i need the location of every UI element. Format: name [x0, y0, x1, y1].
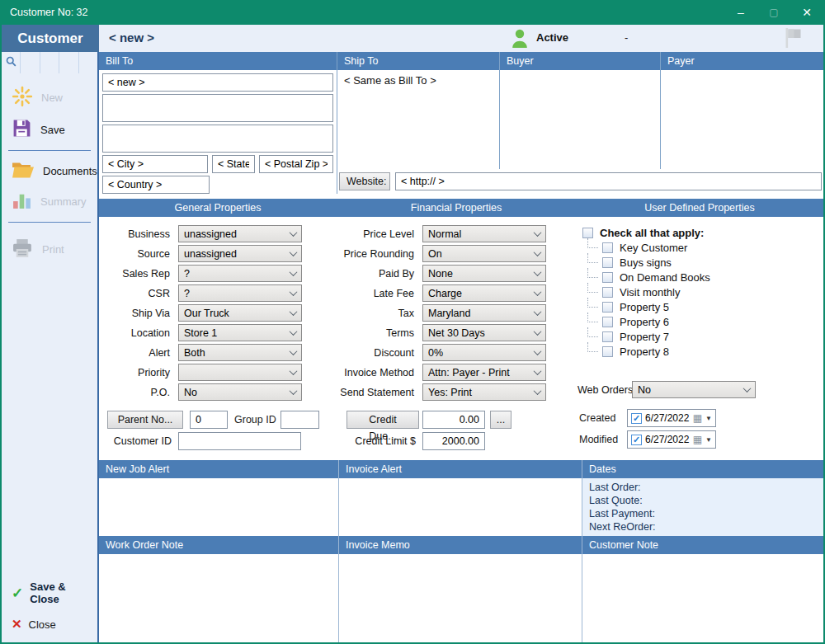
- customer-id-input[interactable]: [178, 432, 301, 450]
- checkbox-property-6[interactable]: [602, 317, 613, 327]
- checkbox-property-5[interactable]: [602, 302, 613, 313]
- field-label: Price Level: [337, 228, 422, 240]
- city-input[interactable]: [102, 155, 208, 173]
- select-value: None: [428, 268, 535, 280]
- checkbox-property-8[interactable]: [602, 346, 613, 357]
- invoice-memo-content[interactable]: [339, 554, 582, 642]
- checkbox-visit-monthly[interactable]: [602, 287, 613, 298]
- tree-line: [587, 283, 598, 293]
- payer-value[interactable]: [661, 70, 823, 169]
- bill-to-address-input[interactable]: [102, 94, 333, 122]
- ship-to-value[interactable]: < Same as Bill To >: [337, 70, 499, 169]
- address-band: Bill To: [99, 52, 823, 194]
- bill-to-address2-input[interactable]: [102, 125, 333, 153]
- state-input[interactable]: [212, 155, 255, 173]
- chevron-down-icon[interactable]: ▼: [705, 436, 712, 444]
- field-label: Terms: [337, 327, 422, 339]
- select-value: unassigned: [184, 248, 290, 260]
- close-label: Close: [29, 618, 56, 631]
- field-label: Ship Via: [99, 308, 178, 319]
- field-label: Send Statement: [337, 387, 422, 398]
- sales-rep-select[interactable]: ?: [178, 265, 302, 282]
- buyer-value[interactable]: [500, 70, 660, 169]
- checkbox-label: Property 5: [620, 301, 669, 313]
- customer-id-label: Customer ID: [99, 435, 178, 447]
- csr-select[interactable]: ?: [178, 284, 302, 302]
- select-value: ?: [184, 268, 290, 280]
- credit-due-button[interactable]: Credit Due...: [346, 411, 419, 429]
- credit-browse-button[interactable]: ...: [490, 411, 512, 429]
- print-button[interactable]: Print: [2, 234, 97, 265]
- modified-checkbox[interactable]: ✓: [631, 435, 642, 445]
- work-order-note-content[interactable]: [99, 554, 338, 642]
- modified-date-picker[interactable]: ✓ 6/27/2022 ▦ ▼: [627, 430, 716, 449]
- folder-icon: [12, 160, 35, 181]
- website-row: Website:: [337, 169, 823, 194]
- tree-line: [587, 238, 598, 248]
- check-icon: ✓: [12, 585, 23, 602]
- location-select[interactable]: Store 1: [178, 324, 302, 341]
- paid-by-select[interactable]: None: [422, 265, 546, 282]
- invoice-alert-content[interactable]: [339, 478, 582, 536]
- minimize-button[interactable]: –: [724, 0, 757, 25]
- created-checkbox[interactable]: ✓: [631, 413, 642, 424]
- invoice-method-select[interactable]: Attn: Payer - Print: [422, 364, 546, 381]
- credit-limit-input[interactable]: [422, 432, 485, 450]
- save-button[interactable]: Save: [2, 114, 97, 145]
- new-job-alert-content[interactable]: [99, 478, 338, 536]
- check-all-checkbox[interactable]: [582, 228, 593, 238]
- close-window-button[interactable]: ✕: [790, 0, 823, 25]
- po-select[interactable]: No: [178, 383, 302, 401]
- checkbox-property-7[interactable]: [602, 331, 613, 342]
- tax-select[interactable]: Maryland: [422, 304, 546, 322]
- notes-band: Work Order Note Invoice Memo Customer No…: [99, 536, 823, 642]
- credit-due-input[interactable]: [422, 411, 485, 429]
- source-select[interactable]: unassigned: [178, 245, 302, 262]
- priority-select[interactable]: [178, 364, 302, 381]
- sidebar-tab[interactable]: [40, 52, 59, 73]
- website-input[interactable]: [395, 172, 822, 190]
- terms-select[interactable]: Net 30 Days: [422, 324, 546, 341]
- checkbox-on-demand-books[interactable]: [602, 272, 613, 283]
- checkbox-key-customer[interactable]: [602, 242, 613, 253]
- chevron-down-icon[interactable]: ▼: [705, 415, 712, 422]
- flag-icon[interactable]: [784, 27, 804, 52]
- country-input[interactable]: [102, 176, 210, 194]
- search-tab[interactable]: [2, 52, 21, 73]
- new-button[interactable]: New: [2, 82, 97, 114]
- web-orders-label: Web Orders: [576, 384, 629, 396]
- documents-button[interactable]: Documents: [2, 156, 97, 186]
- bar-chart-icon: [12, 190, 32, 213]
- alert-select[interactable]: Both: [178, 344, 302, 361]
- save-and-close-button[interactable]: ✓ Save & Close: [2, 575, 97, 611]
- new-job-alert-header: New Job Alert: [99, 460, 338, 478]
- print-label: Print: [42, 243, 64, 256]
- checkbox-buys-signs[interactable]: [602, 257, 613, 268]
- discount-select[interactable]: 0%: [422, 344, 546, 361]
- website-button[interactable]: Website:: [339, 172, 390, 190]
- price-level-select[interactable]: Normal: [422, 225, 546, 242]
- late-fee-select[interactable]: Charge: [422, 284, 546, 302]
- select-value: ?: [184, 288, 290, 299]
- postal-zip-input[interactable]: [259, 155, 333, 173]
- sidebar-tab[interactable]: [79, 52, 97, 73]
- bill-to-name-input[interactable]: [102, 73, 333, 92]
- web-orders-select[interactable]: No: [632, 381, 756, 398]
- created-date-picker[interactable]: ✓ 6/27/2022 ▦ ▼: [627, 409, 716, 427]
- business-select[interactable]: unassigned: [178, 225, 302, 242]
- sidebar-tab[interactable]: [59, 52, 78, 73]
- parent-no-input[interactable]: [190, 411, 228, 429]
- sidebar-tab[interactable]: [21, 52, 40, 73]
- chevron-down-icon: [534, 347, 542, 355]
- summary-button[interactable]: Summary: [2, 186, 97, 217]
- send-statement-select[interactable]: Yes: Print: [422, 383, 546, 401]
- customer-note-content[interactable]: [582, 554, 823, 642]
- general-properties-panel: General Properties Business unassigned S…: [99, 199, 337, 460]
- close-button[interactable]: ✕ Close: [2, 611, 97, 637]
- maximize-button[interactable]: ▢: [757, 0, 790, 25]
- ship-via-select[interactable]: Our Truck: [178, 304, 302, 322]
- price-rounding-select[interactable]: On: [422, 245, 546, 262]
- group-id-input[interactable]: [280, 411, 319, 429]
- parent-no-button[interactable]: Parent No...: [107, 411, 183, 429]
- bill-to-panel: Bill To: [99, 52, 337, 194]
